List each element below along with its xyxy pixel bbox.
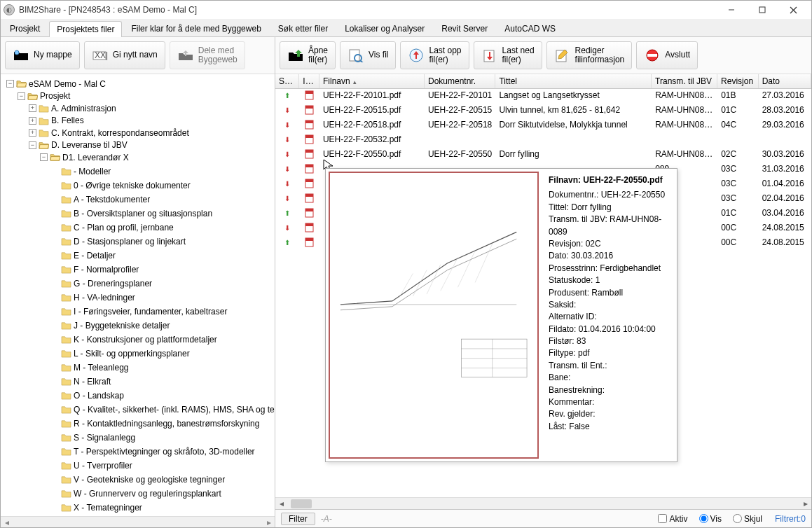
expander[interactable]: + (29, 117, 36, 125)
vis-fil-button[interactable]: Vis fil (340, 41, 396, 69)
filter-button[interactable]: Filter (281, 513, 315, 525)
gi-nytt-navn-button[interactable]: XX| Gi nytt navn (84, 41, 165, 69)
table-row[interactable]: ⬆UEH-22-F-20101.pdfUEH-22-F-20101Langset… (275, 89, 811, 104)
minimize-button[interactable] (716, 1, 747, 19)
folder-icon (61, 237, 71, 246)
expander-root[interactable]: − (6, 80, 14, 88)
tree-item[interactable]: 0 - Øvrige tekniske dokumenter (74, 180, 191, 191)
svg-rect-14 (647, 54, 657, 57)
avslutt-button[interactable]: Avslutt (636, 41, 698, 69)
expander-prosjekt[interactable]: − (18, 92, 25, 100)
folder-tree[interactable]: − eSAM Demo - Mal C − Prosjekt +A. Admin… (1, 74, 275, 516)
col-dato[interactable]: Dato (759, 74, 811, 88)
download-icon (481, 47, 498, 64)
cell-rev: 03C (717, 163, 759, 176)
tree-item[interactable]: C - Plan og profil, jernbane (74, 222, 174, 233)
cell-transm: RAM-UHN08-0089 (652, 90, 717, 103)
tree-item[interactable]: B - Oversiktsplaner og situasjonsplan (74, 208, 212, 219)
vis-radio[interactable]: Vis (699, 514, 722, 524)
skjul-radio[interactable]: Skjul (733, 514, 762, 524)
tree-item[interactable]: M - Teleanlegg (74, 362, 129, 373)
col-dokumentnr[interactable]: Dokumentnr. (425, 74, 495, 88)
tab-filer-klar[interactable]: Filer klar for å dele med Byggeweb (123, 20, 268, 36)
tab-prosjektets-filer[interactable]: Prosjektets filer (49, 21, 122, 37)
table-row[interactable]: ⬇UEH-22-F-20550.pdfUEH-22-F-20550Dorr fy… (275, 148, 811, 162)
tree-item[interactable]: W - Grunnerverv og reguleringsplankart (74, 488, 221, 499)
tree-item[interactable]: C. Kontrakt, korrespondanseområdet (51, 127, 189, 139)
left-horizontal-scrollbar[interactable]: ◂▸ (1, 516, 275, 527)
tree-item[interactable]: D - Stasjonsplaner og linjekart (74, 236, 186, 247)
preview-meta-line: Dokumentnr.: UEH-22-F-20550 (549, 189, 670, 201)
last-opp-button[interactable]: Last opp fil(er) (400, 41, 469, 69)
tree-item[interactable]: I - Føringsveier, fundamenter, kabeltras… (74, 306, 227, 317)
cell-doknr: UEH-22-F-20515 (425, 104, 495, 118)
tree-item[interactable]: N - Elkraft (74, 376, 111, 387)
tree-item[interactable]: X - Temategninger (74, 502, 142, 513)
svg-rect-32 (305, 209, 313, 211)
tree-item[interactable]: D1. Leverandør X (62, 152, 129, 163)
tree-item[interactable]: D. Leveranse til JBV (51, 139, 128, 151)
svg-rect-20 (305, 120, 313, 123)
tree-item[interactable]: V - Geotekniske og geologiske tegninger (74, 474, 225, 485)
tree-item[interactable]: - Modeller (74, 166, 111, 177)
tree-item[interactable]: Q - Kvalitet-, sikkerhet- (inkl. RAMS), … (74, 404, 275, 415)
cell-dato: 29.03.2016 (759, 119, 811, 132)
tab-prosjekt[interactable]: Prosjekt (2, 20, 48, 36)
col-revisjon[interactable]: Revisjon (717, 74, 759, 88)
apne-filer-button[interactable]: Åpne fil(er) (280, 41, 336, 69)
tab-revit-server[interactable]: Revit Server (434, 20, 495, 36)
tree-item[interactable]: G - Dreneringsplaner (74, 278, 152, 289)
tree-item[interactable]: T - Perspektivtegninger og skråfoto, 3D-… (74, 446, 255, 457)
tree-item[interactable]: B. Felles (51, 115, 84, 126)
tab-autocad-ws[interactable]: AutoCAD WS (497, 20, 563, 36)
table-row[interactable]: ⬇UEH-22-F-20532.pdf (275, 133, 811, 148)
filter-text[interactable]: -A- (321, 514, 332, 524)
tree-item[interactable]: O - Landskap (74, 390, 124, 401)
skjul-label: Skjul (744, 514, 762, 524)
expander[interactable]: − (40, 153, 48, 161)
lastned-label: Last ned fil(er) (502, 46, 535, 64)
col-filnavn[interactable]: Filnavn (319, 74, 425, 88)
close-button[interactable] (778, 1, 808, 19)
cell-tittel: Dorr fylling (495, 148, 652, 162)
tree-item[interactable]: A - Tekstdokumenter (74, 194, 150, 205)
left-toolbar: Ny mappe XX| Gi nytt navn Dele med Bygge… (1, 37, 275, 74)
tree-item[interactable]: J - Byggetekniske detaljer (74, 320, 170, 331)
last-ned-button[interactable]: Last ned fil(er) (474, 41, 542, 69)
status-icon: ⬇ (284, 106, 290, 114)
table-row[interactable]: ⬇UEH-22-F-20515.pdfUEH-22-F-20515Ulvin t… (275, 104, 811, 118)
rediger-filinfo-button[interactable]: Rediger filinformasjon (546, 41, 633, 69)
tree-item[interactable]: H - VA-ledninger (74, 292, 135, 303)
avslutt-label: Avslutt (665, 50, 690, 60)
tree-item[interactable]: L - Skilt- og oppmerkingsplaner (74, 348, 190, 359)
maximize-button[interactable] (747, 1, 778, 19)
expander[interactable]: − (29, 141, 36, 149)
tree-item[interactable]: K - Konstruksjoner og plattformdetaljer (74, 334, 217, 345)
dele-med-byggeweb-button[interactable]: Dele med Byggeweb (170, 41, 245, 69)
tree-item[interactable]: A. Administrasjon (51, 103, 116, 114)
tree-item[interactable]: E - Detaljer (74, 250, 116, 261)
tree-prosjekt[interactable]: Prosjekt (40, 90, 70, 102)
preview-meta-line: Rev. gjelder: (549, 408, 670, 420)
tree-item[interactable]: S - Signalanlegg (74, 432, 135, 443)
folder-icon (61, 433, 71, 442)
col-tittel[interactable]: Tittel (495, 74, 652, 88)
ny-mappe-button[interactable]: Ny mappe (5, 41, 80, 69)
tab-sok-etter-filer[interactable]: Søk etter filer (270, 20, 336, 36)
grid-horizontal-scrollbar[interactable]: ◂▸ (275, 497, 811, 509)
col-status[interactable]: Status (275, 74, 299, 88)
svg-point-4 (15, 50, 19, 55)
col-icon[interactable]: Icon (299, 74, 319, 88)
tree-item[interactable]: F - Normalprofiler (74, 264, 139, 275)
tree-item[interactable]: R - Kontaktledningsanlegg, banestrømsfor… (74, 418, 259, 429)
folder-icon (61, 251, 71, 260)
col-transm[interactable]: Transm. til JBV (652, 74, 717, 88)
expander[interactable]: + (29, 104, 36, 112)
tree-root-label[interactable]: eSAM Demo - Mal C (29, 78, 106, 90)
table-row[interactable]: ⬇UEH-22-F-20518.pdfUEH-22-F-20518Dorr Si… (275, 118, 811, 133)
tree-item[interactable]: U - Tverrprofiler (74, 460, 132, 471)
expander[interactable]: + (29, 129, 36, 137)
aktiv-checkbox[interactable]: Aktiv (658, 514, 688, 524)
grid-body[interactable]: ⬆UEH-22-F-20101.pdfUEH-22-F-20101Langset… (275, 89, 811, 497)
tab-lokaliser-analyser[interactable]: Lokaliser og Analyser (337, 20, 432, 36)
